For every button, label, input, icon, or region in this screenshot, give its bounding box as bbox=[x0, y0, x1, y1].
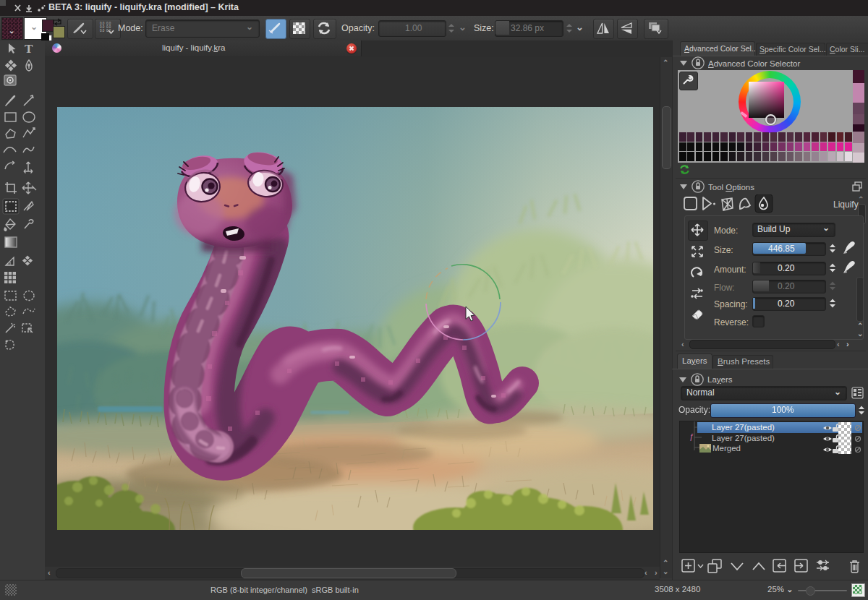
svg-text:0.0: 0.0 bbox=[100, 29, 105, 33]
svg-text:T: T bbox=[25, 42, 33, 56]
